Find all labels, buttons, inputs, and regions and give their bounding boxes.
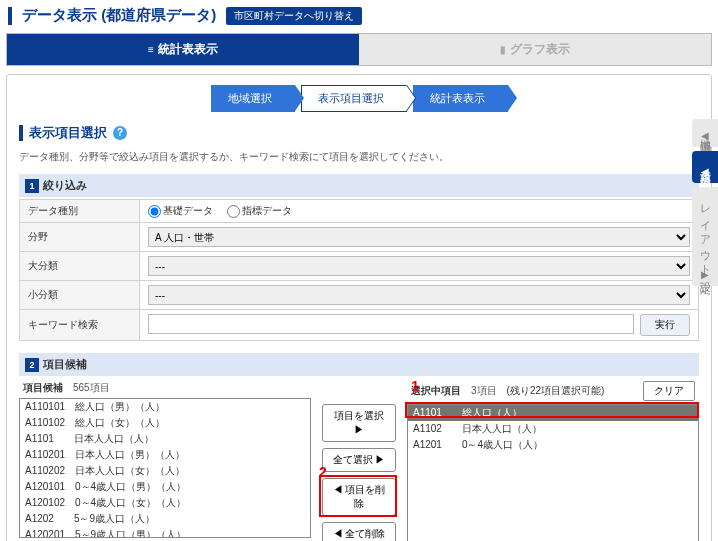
left-count: 565項目 [73, 382, 110, 393]
list-item[interactable]: A1201 0～4歳人口（人） [408, 437, 698, 453]
add-button[interactable]: 項目を選択 ▶ [322, 404, 396, 442]
list-item[interactable]: A110201 日本人人口（男）（人） [20, 447, 310, 463]
remove-all-button[interactable]: ◀ 全て削除 [322, 522, 396, 541]
major-select[interactable]: --- [148, 256, 690, 276]
main-panel: 地域選択 表示項目選択 統計表表示 表示項目選択 ? データ種別、分野等で絞込み… [6, 74, 712, 541]
list-item[interactable]: A1202 5～9歳人口（人） [20, 511, 310, 527]
remove-button[interactable]: ◀ 項目を削除 [322, 478, 396, 516]
main-tabs: ≡統計表表示 ▮グラフ表示 [6, 33, 712, 66]
list-item[interactable]: A110202 日本人人口（女）（人） [20, 463, 310, 479]
filter-step-num: 1 [25, 179, 39, 193]
chevron-left-icon: ◀ [701, 130, 711, 141]
help-icon[interactable]: ? [113, 126, 127, 140]
candidates-row: 項目候補 565項目 A110101 総人口（男）（人）A110102 総人口（… [19, 378, 699, 541]
data-type-radio-group: 基礎データ 指標データ [148, 204, 690, 218]
tab-table[interactable]: ≡統計表表示 [7, 34, 359, 65]
left-title: 項目候補 [23, 382, 63, 393]
section-accent-bar [19, 125, 23, 141]
tab-graph[interactable]: ▮グラフ表示 [359, 34, 711, 65]
page-header: データ表示 (都道府県データ) 市区町村データへ切り替え [0, 0, 718, 31]
chevron-right-icon: ▶ [701, 269, 711, 280]
label-field: 分野 [20, 223, 140, 252]
right-count: 3項目 [471, 385, 497, 396]
section-title: 表示項目選択 ? [19, 124, 699, 142]
keyword-input[interactable] [148, 314, 634, 334]
clear-button[interactable]: クリア [643, 381, 695, 401]
instructions: データ種別、分野等で絞込み項目を選択するか、キーワード検索にて項目を選択してくだ… [19, 150, 699, 164]
step-item[interactable]: 表示項目選択 [301, 85, 407, 112]
candidates-panel-header: 2項目候補 [19, 353, 699, 376]
minor-select[interactable]: --- [148, 285, 690, 305]
section-title-text: 表示項目選択 [29, 124, 107, 142]
list-item[interactable]: A1101 日本人人口（人） [20, 431, 310, 447]
page-title: データ表示 (都道府県データ) [22, 6, 216, 25]
radio-basic[interactable]: 基礎データ [148, 204, 213, 218]
candidates-left: 項目候補 565項目 A110101 総人口（男）（人）A110102 総人口（… [19, 378, 311, 541]
list-item[interactable]: A110102 総人口（女）（人） [20, 415, 310, 431]
filter-table: データ種別 基礎データ 指標データ 分野 A 人口・世帯 大分類 --- 小分類… [19, 199, 699, 341]
title-sub: (都道府県データ) [101, 6, 216, 23]
annotation-1: 1 [411, 378, 419, 394]
selected-right: 選択中項目 3項目 (残り22項目選択可能) クリア A1101 総人口（人）A… [407, 378, 699, 541]
selected-listbox[interactable]: A1101 総人口（人）A1102 日本人人口（人）A1201 0～4歳人口（人… [407, 404, 699, 541]
list-item[interactable]: A1101 総人口（人） [408, 405, 698, 421]
step-region[interactable]: 地域選択 [211, 85, 295, 112]
field-select[interactable]: A 人口・世帯 [148, 227, 690, 247]
label-minor: 小分類 [20, 281, 140, 310]
list-item[interactable]: A120101 0～4歳人口（男）（人） [20, 479, 310, 495]
title-main: データ表示 [22, 6, 97, 23]
chevron-left-icon: ◀ [701, 166, 711, 177]
label-keyword: キーワード検索 [20, 310, 140, 341]
label-data-type: データ種別 [20, 200, 140, 223]
list-icon: ≡ [148, 44, 154, 55]
step-table[interactable]: 統計表表示 [413, 85, 508, 112]
transfer-buttons: 項目を選択 ▶ 全て選択 ▶ ◀ 項目を削除 ◀ 全て削除 [319, 378, 399, 541]
list-item[interactable]: A1102 日本人人口（人） [408, 421, 698, 437]
annotation-2: 2 [319, 464, 327, 480]
header-accent-bar [8, 7, 12, 25]
wizard-steps: 地域選択 表示項目選択 統計表表示 [19, 85, 699, 112]
right-remain: (残り22項目選択可能) [507, 385, 605, 396]
right-side-tabs: 地域選択◀ 表示項目選択◀ レイアウト設定▶ [692, 119, 718, 286]
exec-button[interactable]: 実行 [640, 314, 690, 336]
list-item[interactable]: A120201 5～9歳人口（男）（人） [20, 527, 310, 538]
list-item[interactable]: A110101 総人口（男）（人） [20, 399, 310, 415]
label-major: 大分類 [20, 252, 140, 281]
right-tab-item[interactable]: 表示項目選択◀ [692, 151, 718, 183]
switch-data-link[interactable]: 市区町村データへ切り替え [226, 7, 362, 25]
radio-indicator[interactable]: 指標データ [227, 204, 292, 218]
right-tab-layout[interactable]: レイアウト設定▶ [692, 187, 718, 286]
cand-step-num: 2 [25, 358, 39, 372]
list-item[interactable]: A120102 0～4歳人口（女）（人） [20, 495, 310, 511]
add-all-button[interactable]: 全て選択 ▶ [322, 448, 396, 472]
chart-icon: ▮ [500, 44, 506, 55]
candidates-listbox[interactable]: A110101 総人口（男）（人）A110102 総人口（女）（人）A1101 … [19, 398, 311, 538]
right-tab-region[interactable]: 地域選択◀ [692, 119, 718, 147]
filter-panel-header: 1絞り込み [19, 174, 699, 197]
